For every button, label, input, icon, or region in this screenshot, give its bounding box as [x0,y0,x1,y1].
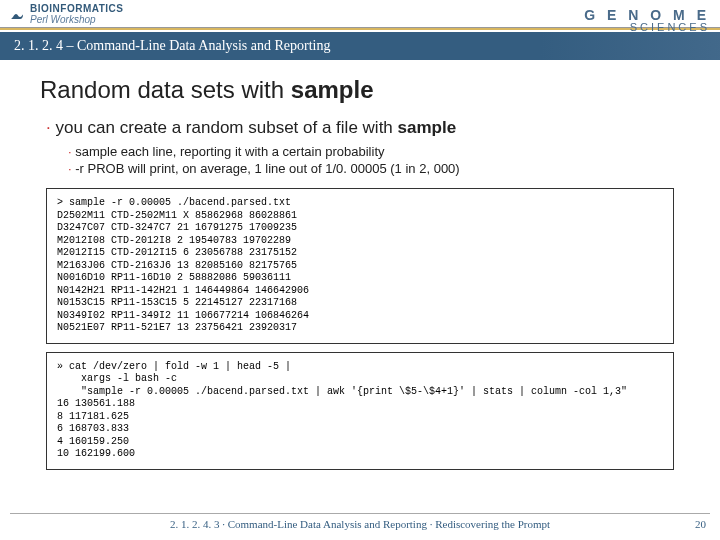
breadcrumb-band: 2. 1. 2. 4 – Command-Line Data Analysis … [0,32,720,60]
brand-line1: G E N O M E [584,8,710,22]
title-bold: sample [291,76,374,103]
breadcrumb: 2. 1. 2. 4 – Command-Line Data Analysis … [14,38,331,53]
footer-text: 2. 1. 2. 4. 3 · Command-Line Data Analys… [0,518,720,530]
slide-title: Random data sets with sample [40,76,680,104]
page-number: 20 [695,518,706,530]
logo-line1: BIOINFORMATICS [30,3,123,14]
workshop-logo: BIOINFORMATICS Perl Workshop [8,3,123,25]
bullet-l1: you can create a random subset of a file… [40,118,680,138]
bullet-l1-bold: sample [398,118,457,137]
slide: BIOINFORMATICS Perl Workshop G E N O M E… [0,0,720,540]
bullet-l2-b: -r PROB will print, on average, 1 line o… [40,161,680,176]
content: Random data sets with sample you can cre… [0,60,720,470]
logo-line2: Perl Workshop [30,14,123,25]
title-plain: Random data sets with [40,76,291,103]
code-block-2: » cat /dev/zero | fold -w 1 | head -5 | … [46,352,674,470]
code-block-1: > sample -r 0.00005 ./bacend.parsed.txt … [46,188,674,344]
camel-icon [8,5,26,23]
bullet-l1-text: you can create a random subset of a file… [55,118,397,137]
bullet-l2-a: sample each line, reporting it with a ce… [40,144,680,159]
footer-rule [10,513,710,514]
